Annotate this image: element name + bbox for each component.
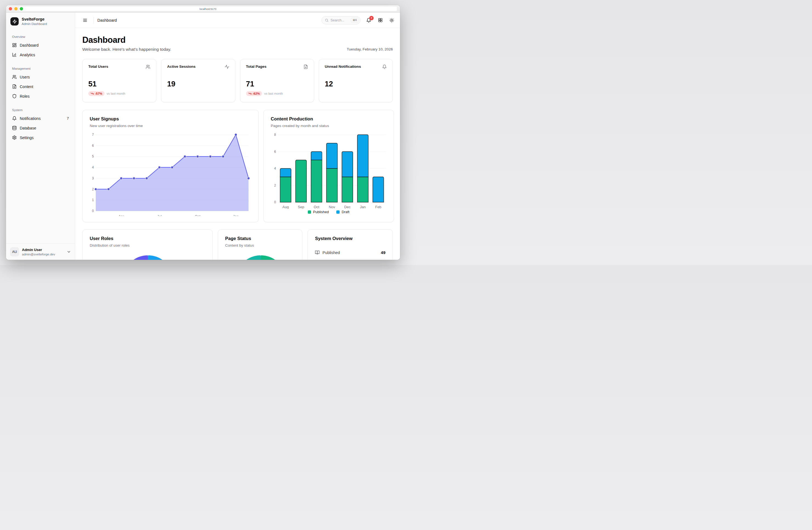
svg-text:5: 5 bbox=[92, 155, 94, 158]
settings-icon bbox=[12, 135, 17, 140]
minimize-window-button[interactable] bbox=[14, 7, 17, 11]
file-text-icon bbox=[303, 65, 308, 69]
activity-icon bbox=[225, 65, 229, 69]
trend-note: vs last month bbox=[107, 92, 125, 95]
sidebar-item-label: Settings bbox=[20, 135, 34, 140]
chevron-down-icon bbox=[67, 249, 71, 254]
svg-text:Feb: Feb bbox=[375, 205, 381, 209]
user-menu[interactable]: AU Admin User admin@svelteforge.dev bbox=[6, 244, 75, 260]
svg-text:Apr: Apr bbox=[118, 214, 124, 216]
close-window-button[interactable] bbox=[9, 7, 12, 11]
stat-card-active-sessions: Active Sessions19 bbox=[161, 59, 235, 102]
zoom-window-button[interactable] bbox=[20, 7, 23, 11]
search-shortcut-kbd: ⌘K bbox=[351, 18, 359, 23]
topbar-title: Dashboard bbox=[97, 18, 117, 23]
sidebar-item-users[interactable]: Users bbox=[9, 72, 72, 82]
sidebar-item-roles[interactable]: Roles bbox=[9, 91, 72, 101]
url-bar[interactable]: localhost:5173 bbox=[19, 6, 397, 11]
sidebar-item-content[interactable]: Content bbox=[9, 82, 72, 91]
sidebar-section-label: Overview bbox=[9, 35, 72, 39]
page-date: Tuesday, February 10, 2026 bbox=[347, 47, 393, 52]
search-placeholder: Search... bbox=[331, 18, 349, 22]
database-icon bbox=[12, 126, 17, 130]
svg-text:Nov: Nov bbox=[329, 205, 335, 209]
book-open-icon bbox=[315, 250, 320, 255]
svg-text:0: 0 bbox=[274, 200, 276, 204]
card-subtitle: New user registrations over time bbox=[90, 124, 251, 128]
user-signups-card: User Signups New user registrations over… bbox=[82, 110, 259, 222]
stat-title: Total Users bbox=[88, 65, 108, 69]
sidebar-nav: OverviewDashboardAnalyticsManagementUser… bbox=[6, 29, 75, 244]
content-production-chart: 02468AugSepOctNovDecJanFeb bbox=[271, 132, 387, 209]
content-production-card: Content Production Pages created by mont… bbox=[263, 110, 394, 222]
legend-item-draft: Draft bbox=[336, 210, 349, 214]
card-title: Page Status bbox=[225, 235, 295, 241]
svg-text:Jan: Jan bbox=[360, 205, 366, 209]
search-input[interactable]: Search... ⌘K bbox=[321, 16, 361, 25]
stat-trend: -57%vs last month bbox=[88, 91, 150, 96]
card-title: Content Production bbox=[271, 116, 387, 122]
legend-swatch bbox=[336, 211, 339, 214]
stat-card-unread-notifications: Unread Notifications12 bbox=[319, 59, 393, 102]
browser-titlebar: localhost:5173 bbox=[6, 5, 400, 13]
svg-text:8: 8 bbox=[274, 133, 276, 137]
sidebar-section-system: SystemNotifications7DatabaseSettings bbox=[9, 109, 72, 142]
sidebar-toggle-button[interactable] bbox=[80, 16, 90, 25]
notification-badge: 7 bbox=[369, 16, 374, 20]
theme-toggle-button[interactable] bbox=[387, 16, 397, 25]
stats-row: Total Users51-57%vs last monthActive Ses… bbox=[82, 59, 393, 102]
sidebar-item-label: Analytics bbox=[20, 53, 35, 57]
stat-value: 71 bbox=[246, 80, 308, 88]
card-title: User Roles bbox=[90, 235, 205, 241]
page-status-card: Page Status Content by status bbox=[218, 229, 303, 260]
legend-item-published: Published bbox=[308, 210, 329, 214]
divider bbox=[315, 259, 386, 259]
card-subtitle: Content by status bbox=[225, 243, 295, 248]
notifications-button[interactable]: 7 bbox=[364, 16, 374, 25]
page-status-pie-chart bbox=[225, 248, 295, 260]
browser-window: localhost:5173 SvelteForge Admin Dashboa… bbox=[6, 5, 400, 260]
sidebar-item-analytics[interactable]: Analytics bbox=[9, 50, 72, 59]
trend-badge: -57% bbox=[88, 91, 104, 96]
stat-value: 12 bbox=[325, 80, 387, 88]
svg-text:0: 0 bbox=[92, 209, 94, 213]
svg-text:6: 6 bbox=[92, 144, 94, 147]
user-signups-chart: 01234567AprJulOctJan bbox=[90, 132, 251, 216]
svg-text:3: 3 bbox=[92, 176, 94, 180]
sidebar: SvelteForge Admin Dashboard OverviewDash… bbox=[6, 13, 75, 260]
trending-down-icon bbox=[248, 92, 251, 95]
app-shell: SvelteForge Admin Dashboard OverviewDash… bbox=[6, 13, 400, 260]
sidebar-item-dashboard[interactable]: Dashboard bbox=[9, 40, 72, 50]
card-subtitle: Pages created by month and status bbox=[271, 124, 387, 128]
sidebar-item-database[interactable]: Database bbox=[9, 123, 72, 133]
svg-text:4: 4 bbox=[92, 166, 94, 169]
stat-card-total-pages: Total Pages71-62%vs last month bbox=[240, 59, 314, 102]
sidebar-item-settings[interactable]: Settings bbox=[9, 133, 72, 142]
system-overview-rows: Published49 bbox=[315, 250, 386, 259]
page-subtitle: Welcome back. Here's what's happening to… bbox=[82, 47, 171, 52]
users-icon bbox=[146, 65, 150, 69]
user-email: admin@svelteforge.dev bbox=[22, 253, 55, 256]
charts-row: User Signups New user registrations over… bbox=[82, 110, 393, 222]
svg-text:Oct: Oct bbox=[314, 205, 320, 209]
svg-text:1: 1 bbox=[92, 198, 94, 202]
sidebar-section-management: ManagementUsersContentRoles bbox=[9, 67, 72, 101]
page-title: Dashboard bbox=[82, 35, 171, 45]
apps-grid-button[interactable] bbox=[375, 16, 385, 25]
chart-legend: PublishedDraft bbox=[271, 210, 387, 214]
sidebar-item-notifications[interactable]: Notifications7 bbox=[9, 114, 72, 123]
bell-icon bbox=[382, 65, 387, 69]
trend-note: vs last month bbox=[264, 92, 283, 95]
dashboard-content: Dashboard Welcome back. Here's what's ha… bbox=[75, 28, 400, 260]
sidebar-section-label: System bbox=[9, 109, 72, 112]
svg-text:Jul: Jul bbox=[157, 214, 162, 216]
bottom-row: User Roles Distribution of user roles Pa… bbox=[82, 229, 393, 260]
system-row-label: Published bbox=[322, 250, 340, 255]
users-icon bbox=[12, 75, 17, 79]
sidebar-item-count: 7 bbox=[67, 116, 69, 120]
brand: SvelteForge Admin Dashboard bbox=[6, 13, 75, 29]
dashboard-icon bbox=[12, 43, 17, 47]
svg-text:2: 2 bbox=[274, 184, 276, 187]
svg-text:2: 2 bbox=[92, 187, 94, 191]
stat-card-total-users: Total Users51-57%vs last month bbox=[82, 59, 156, 102]
